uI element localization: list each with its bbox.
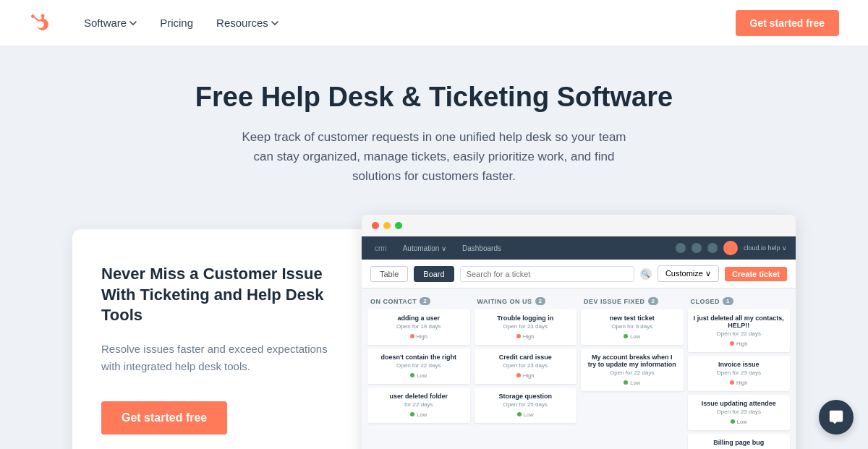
snav-icons: cloud.io help ∨ <box>676 241 787 255</box>
screenshot-toolbar: Table Board 🔍 Customize ∨ Create ticket <box>362 260 796 288</box>
chat-bubble-button[interactable] <box>819 400 854 435</box>
card-cta-button[interactable]: Get started free <box>101 401 227 435</box>
demo-area: Never Miss a Customer Issue With Ticketi… <box>72 215 796 449</box>
col-header-closed: CLOSED 1 <box>688 294 791 309</box>
window-close-dot <box>372 222 379 229</box>
kanban-col-waiting: WAITING ON US 2 Trouble logging in Open … <box>475 294 577 449</box>
kanban-board: ON CONTACT 2 adding a user Open for 19 d… <box>362 288 796 449</box>
ticket-card[interactable]: Credit card issue Open for 23 days High <box>475 348 577 384</box>
ticket-card[interactable]: My account breaks when I try to update m… <box>581 348 684 391</box>
ticket-card[interactable]: Trouble logging in Open for 23 days High <box>475 309 577 345</box>
chat-icon <box>828 409 844 425</box>
window-expand-dot <box>395 222 402 229</box>
col-header-on-contact: ON CONTACT 2 <box>367 294 470 309</box>
ticket-search-input[interactable] <box>460 266 634 282</box>
create-ticket-button[interactable]: Create ticket <box>725 267 787 281</box>
kanban-col-closed: CLOSED 1 I just deleted all my contacts,… <box>688 294 791 449</box>
window-minimize-dot <box>383 222 391 229</box>
app-screenshot: crm Automation ∨ Dashboards cloud.io hel… <box>362 215 796 449</box>
kanban-col-dev-fixed: DEV ISSUE FIXED 2 new test ticket Open f… <box>581 294 684 449</box>
settings-icon-nav[interactable] <box>692 243 702 253</box>
user-label: cloud.io help ∨ <box>744 244 787 252</box>
hero-title: Free Help Desk & Ticketing Software <box>29 81 839 114</box>
bell-icon-nav[interactable] <box>707 243 718 253</box>
ticket-card[interactable]: Invoice issue Open for 23 days High <box>688 356 791 391</box>
ticket-card[interactable]: Billing page bug Open for 25 days High <box>688 434 791 449</box>
chevron-down-icon <box>129 21 137 25</box>
search-magnifier-icon[interactable]: 🔍 <box>640 268 652 280</box>
hubspot-logo[interactable] <box>29 12 52 35</box>
left-card-title: Never Miss a Customer Issue With Ticketi… <box>101 264 333 326</box>
screenshot-titlebar <box>362 215 796 236</box>
customize-button[interactable]: Customize ∨ <box>658 265 719 282</box>
ticket-card[interactable]: doesn't contain the right Open for 22 da… <box>367 348 470 384</box>
nav-pricing[interactable]: Pricing <box>151 11 202 35</box>
col-header-waiting: WAITING ON US 2 <box>475 294 577 309</box>
tab-board[interactable]: Board <box>414 266 454 282</box>
nav-software[interactable]: Software <box>75 11 145 35</box>
ticket-card[interactable]: I just deleted all my contacts, HELP!! O… <box>688 309 791 352</box>
hero-section: Free Help Desk & Ticketing Software Keep… <box>0 46 868 449</box>
chevron-down-icon-2 <box>271 21 278 25</box>
hero-subtitle: Keep track of customer requests in one u… <box>231 127 637 187</box>
ticket-card[interactable]: adding a user Open for 19 days High <box>367 309 470 345</box>
snav-crm[interactable]: crm <box>370 242 391 255</box>
screenshot-nav: crm Automation ∨ Dashboards cloud.io hel… <box>362 236 796 260</box>
snav-automation[interactable]: Automation ∨ <box>399 242 451 255</box>
ticket-card[interactable]: new test ticket Open for 9 days Low <box>581 309 684 345</box>
kanban-col-on-contact: ON CONTACT 2 adding a user Open for 19 d… <box>367 294 470 449</box>
ticket-card[interactable]: user deleted folder for 22 days Low <box>367 388 470 423</box>
nav-resources[interactable]: Resources <box>208 11 287 35</box>
ticket-card[interactable]: Issue updating attendee Open for 23 days… <box>688 395 791 430</box>
left-card-description: Resolve issues faster and exceed expecta… <box>101 341 333 375</box>
ticket-card[interactable]: Storage question Open for 25 days Low <box>475 388 577 423</box>
navbar-links: Software Pricing Resources <box>75 11 736 35</box>
left-feature-card: Never Miss a Customer Issue With Ticketi… <box>72 229 362 449</box>
tab-table[interactable]: Table <box>370 266 408 282</box>
snav-dashboards[interactable]: Dashboards <box>458 242 506 255</box>
col-header-dev-fixed: DEV ISSUE FIXED 2 <box>581 294 684 309</box>
search-icon-nav[interactable] <box>676 243 686 253</box>
navbar-cta-button[interactable]: Get started free <box>736 10 839 36</box>
user-avatar[interactable] <box>723 241 738 255</box>
navbar: Software Pricing Resources Get started f… <box>0 0 868 46</box>
